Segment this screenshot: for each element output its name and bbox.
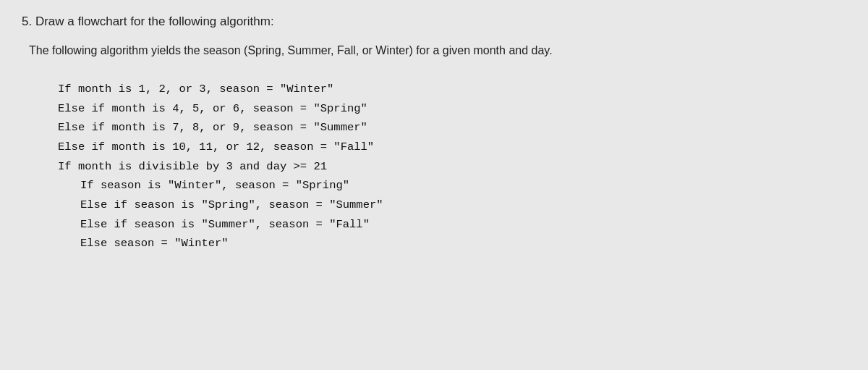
description: The following algorithm yields the seaso… bbox=[22, 42, 846, 59]
code-block: If month is 1, 2, or 3, season = "Winter… bbox=[22, 80, 846, 253]
code-line-9: Else season = "Winter" bbox=[58, 234, 846, 253]
code-line-4: Else if month is 10, 11, or 12, season =… bbox=[58, 138, 846, 157]
code-line-5: If month is divisible by 3 and day >= 21 bbox=[58, 157, 846, 177]
code-line-1: If month is 1, 2, or 3, season = "Winter… bbox=[58, 80, 846, 99]
code-line-6: If season is "Winter", season = "Spring" bbox=[58, 176, 846, 195]
code-line-7: Else if season is "Spring", season = "Su… bbox=[58, 195, 846, 215]
question-number: 5. Draw a flowchart for the following al… bbox=[22, 14, 846, 29]
code-line-3: Else if month is 7, 8, or 9, season = "S… bbox=[58, 118, 846, 138]
page-container: 5. Draw a flowchart for the following al… bbox=[0, 0, 868, 370]
code-line-2: Else if month is 4, 5, or 6, season = "S… bbox=[58, 99, 846, 119]
code-line-8: Else if season is "Summer", season = "Fa… bbox=[58, 215, 846, 235]
